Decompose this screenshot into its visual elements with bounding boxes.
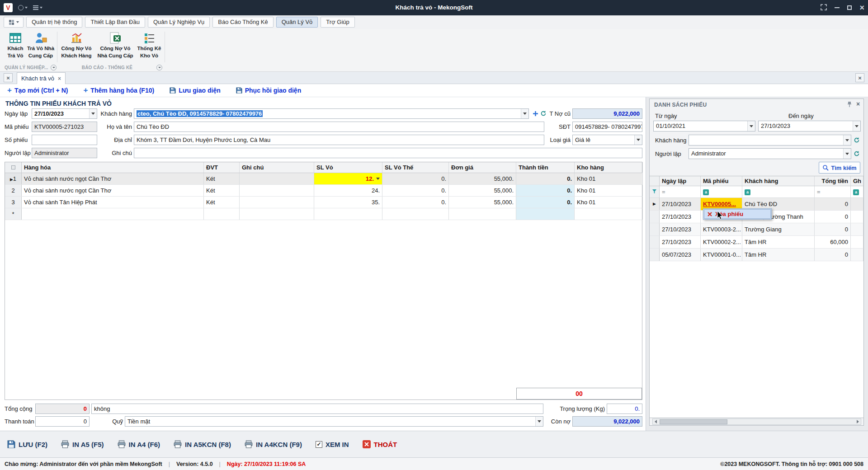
button-tra-vo-nha-cung-cap[interactable]: Trả Vỏ Nhà Cung Cấp xyxy=(25,30,57,63)
col-sl-vo[interactable]: SL Vỏ xyxy=(314,162,382,173)
cell-total[interactable]: 0 xyxy=(815,249,851,261)
search-button[interactable]: Tìm kiếm xyxy=(819,162,860,174)
cell-don-gia[interactable] xyxy=(449,208,516,220)
dia-chi-input[interactable]: Khóm 3, TT Đầm Dơi, Huyện Phước Long, Cà… xyxy=(134,135,544,145)
cell-note[interactable] xyxy=(851,211,863,223)
print-a4-button[interactable]: IN A4 (F6) xyxy=(118,440,160,448)
sdt-input[interactable]: 0914578829- 07802479976 xyxy=(572,122,642,132)
save-layout-button[interactable]: Lưu giao diện xyxy=(170,87,221,94)
cell-total[interactable]: 0 xyxy=(815,198,851,210)
preview-checkbox[interactable]: ✓XEM IN xyxy=(316,441,349,448)
so-phieu-input[interactable] xyxy=(32,135,97,145)
item-row-2[interactable]: 2 Vỏ chai sành nước ngọt Cần Thơ Két 24.… xyxy=(5,185,642,197)
cell-thanh-tien[interactable]: 0. xyxy=(516,197,575,208)
select-all-icon[interactable] xyxy=(11,165,15,169)
voucher-row-4[interactable]: 27/10/2023 KTV00002-2... Tâm HR 60,000 xyxy=(650,236,863,249)
cell-thanh-tien[interactable] xyxy=(516,208,575,220)
cell-sl-vo-the[interactable]: 0. xyxy=(382,185,449,196)
button-khach-tra-vo[interactable]: Khách Trả Vỏ xyxy=(5,30,26,63)
filter-ghi-chu[interactable]: a xyxy=(851,186,863,197)
cell-total[interactable]: 60,000 xyxy=(815,236,851,248)
cell-code[interactable]: KTV00003-2... xyxy=(701,223,742,235)
save-button[interactable]: LƯU (F2) xyxy=(7,440,47,448)
close-all-tabs-button[interactable]: × xyxy=(4,73,13,82)
cell-total[interactable]: 0 xyxy=(815,211,851,223)
cell-name[interactable]: Vỏ chai sành nước ngọt Cần Thơ xyxy=(22,173,204,184)
col-khach-hang[interactable]: Khách hàng xyxy=(742,176,815,186)
cell-note[interactable] xyxy=(240,208,314,220)
cell-thanh-tien[interactable]: 0. xyxy=(516,173,575,184)
ma-phieu-input[interactable]: KTV00005-271023 xyxy=(32,122,97,132)
scrollbar-thumb[interactable] xyxy=(660,419,727,424)
cell-don-gia[interactable]: 55,000. xyxy=(449,173,516,184)
ghi-chu-input[interactable] xyxy=(134,148,642,158)
cell-note[interactable] xyxy=(851,198,863,210)
tab-khach-tra-vo[interactable]: Khách trả vỏ × xyxy=(17,72,66,84)
cell-sl-vo-the[interactable] xyxy=(382,208,449,220)
col-ghi-chu-truncated[interactable]: Gh xyxy=(851,176,863,186)
cell-customer[interactable]: Tâm HR xyxy=(742,249,815,261)
cell-customer[interactable]: Tâm HR xyxy=(742,236,815,248)
col-ngay-lap[interactable]: Ngày lập xyxy=(660,176,701,186)
cell-code[interactable]: KTV00001-0... xyxy=(701,249,742,261)
group-expand-button[interactable] xyxy=(51,65,57,70)
col-sl-vo-the[interactable]: SL Vỏ Thế xyxy=(382,162,449,173)
item-row-3[interactable]: 3 Vỏ chai sành Tân Hiệp Phát Két 35. 0. … xyxy=(5,197,642,208)
ribbon-tab-quan-ly-vo[interactable]: Quản Lý Vỏ xyxy=(276,17,318,28)
scroll-right-icon[interactable] xyxy=(857,420,859,423)
cell-note[interactable] xyxy=(240,185,314,196)
cell-dvt[interactable]: Két xyxy=(204,197,240,208)
cell-name[interactable]: Vỏ chai sành nước ngọt Cần Thơ xyxy=(22,185,204,196)
voucher-row-3[interactable]: 27/10/2023 KTV00003-2... Trường Giang 0 xyxy=(650,223,863,236)
cell-sl-vo[interactable] xyxy=(314,208,382,220)
quy-combo[interactable]: Tiền mặt xyxy=(125,416,543,427)
khach-hang-combo[interactable]: cteo, Chú Tèo ĐD, 0914578829- 0780247997… xyxy=(134,108,529,119)
cell-note[interactable] xyxy=(851,249,863,261)
cell-kho[interactable]: Kho 01 xyxy=(575,185,643,196)
cell-name[interactable]: Vỏ chai sành Tân Hiệp Phát xyxy=(22,197,204,208)
group-expand-button[interactable] xyxy=(156,65,162,70)
scroll-left-icon[interactable] xyxy=(655,420,657,423)
refresh-filter-button[interactable] xyxy=(853,136,860,144)
add-customer-button[interactable] xyxy=(532,110,539,117)
filter-ma-phieu[interactable]: a xyxy=(701,186,742,197)
voucher-row-5[interactable]: 05/07/2023 KTV00001-0... Tâm HR 0 xyxy=(650,249,863,261)
item-row-1[interactable]: ▶1 Vỏ chai sành nước ngọt Cần Thơ Két 12… xyxy=(5,173,642,185)
cell-kho[interactable]: Kho 01 xyxy=(575,197,643,208)
cell-thanh-tien[interactable]: 0. xyxy=(516,185,575,196)
cell-name[interactable] xyxy=(22,208,204,220)
filter-ngay-lap[interactable]: = xyxy=(660,186,701,197)
col-kho-hang[interactable]: Kho hàng xyxy=(575,162,643,173)
ribbon-tab-bao-cao-thong-ke[interactable]: Báo Cáo Thống Kê xyxy=(212,17,273,28)
cell-code[interactable]: KTV00002-2... xyxy=(701,236,742,248)
close-button[interactable]: × xyxy=(859,4,864,12)
button-thong-ke-kho-vo[interactable]: Thống Kê Kho Vỏ xyxy=(136,30,163,63)
button-cong-no-vo-khach-hang[interactable]: Công Nợ Vỏ Khách Hàng xyxy=(58,30,94,63)
panel-nguoi-lap-combo[interactable]: Administrator xyxy=(689,148,851,159)
col-don-gia[interactable]: Đơn giá xyxy=(449,162,516,173)
ngay-lap-input[interactable]: 27/10/2023 xyxy=(32,108,97,119)
ribbon-tab-quan-tri-he-thong[interactable]: Quản trị hệ thống xyxy=(26,17,82,28)
ho-ten-input[interactable]: Chú Tèo ĐD xyxy=(134,122,544,132)
panel-horizontal-scrollbar[interactable] xyxy=(652,418,861,425)
panel-khach-hang-combo[interactable] xyxy=(689,135,851,146)
restore-layout-button[interactable]: Phục hồi giao diện xyxy=(236,87,301,94)
cell-sl-vo[interactable]: 24. xyxy=(314,185,382,196)
new-button[interactable]: +Tạo mới (Ctrl + N) xyxy=(7,87,68,94)
cell-sl-vo[interactable]: 35. xyxy=(314,197,382,208)
col-hang-hoa[interactable]: Hàng hóa xyxy=(22,162,204,173)
col-ghi-chu[interactable]: Ghi chú xyxy=(240,162,314,173)
cell-date[interactable]: 27/10/2023 xyxy=(660,223,701,235)
checkbox-checked-icon[interactable]: ✓ xyxy=(316,441,322,448)
quick-access-button[interactable] xyxy=(18,5,28,10)
delete-voucher-menu-item[interactable]: Xóa phiếu xyxy=(704,209,771,219)
ribbon-tab-tro-giup[interactable]: Trợ Giúp xyxy=(321,17,354,28)
window-layout-button[interactable] xyxy=(4,17,24,28)
cell-customer[interactable]: Trường Giang xyxy=(742,223,815,235)
cell-dvt[interactable]: Két xyxy=(204,173,240,184)
ribbon-tab-quan-ly-nghiep-vu[interactable]: Quản Lý Nghiệp Vụ xyxy=(148,17,210,28)
tab-close-icon[interactable]: × xyxy=(58,75,61,82)
cell-sl-vo-the[interactable]: 0. xyxy=(382,173,449,184)
thanh-toan-input[interactable]: 0 xyxy=(35,416,90,427)
cell-dvt[interactable]: Két xyxy=(204,185,240,196)
